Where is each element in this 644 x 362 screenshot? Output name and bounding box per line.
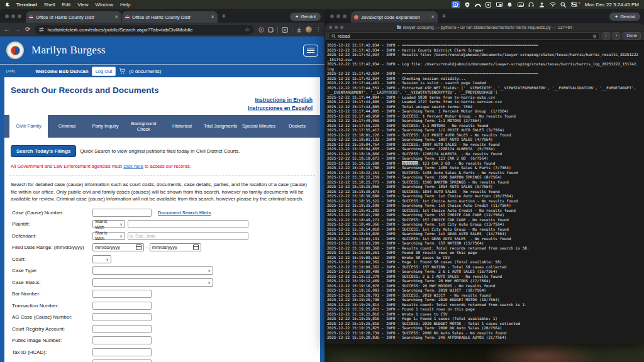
- case-status-select[interactable]: ∨: [92, 278, 213, 287]
- tab-close-icon[interactable]: ✕: [211, 14, 214, 19]
- minimize-window-button[interactable]: [336, 14, 340, 18]
- ag-case-cause-number-input[interactable]: [92, 313, 152, 321]
- hamburger-menu-button[interactable]: [303, 45, 318, 57]
- gemini-button[interactable]: ✦ Gemini: [609, 13, 640, 21]
- back-button[interactable]: ←: [4, 26, 10, 33]
- new-tab-button[interactable]: +: [222, 13, 226, 19]
- window-controls[interactable]: [0, 14, 26, 23]
- extensions-icon[interactable]: [268, 27, 274, 33]
- menu-item-view[interactable]: View: [77, 2, 88, 8]
- spotlight-icon[interactable]: [560, 1, 567, 8]
- page-content: Search Our Records and Documents Instruc…: [4, 77, 320, 362]
- find-previous-button[interactable]: ‹: [602, 32, 610, 40]
- find-input[interactable]: reload ⊗: [328, 32, 600, 40]
- bell-icon[interactable]: [507, 1, 513, 8]
- search-todays-filings-button[interactable]: Search Today's Filings: [11, 145, 76, 157]
- user-icon[interactable]: [539, 1, 545, 8]
- close-window-button[interactable]: [5, 14, 9, 18]
- minimize-window-button[interactable]: [11, 14, 15, 18]
- case-type-select[interactable]: ∨: [92, 266, 213, 275]
- zoom-window-button[interactable]: [18, 14, 21, 18]
- find-done-button[interactable]: Done: [623, 32, 641, 40]
- terminal-log-line: 2025-12-22 15:17:49,965 - INFO - Searchi…: [327, 118, 642, 123]
- tab-close-icon[interactable]: ✕: [431, 14, 435, 19]
- close-window-button[interactable]: [330, 14, 334, 18]
- defendant-input[interactable]: [128, 232, 248, 240]
- forward-button[interactable]: →: [14, 26, 21, 33]
- browser-tab[interactable]: JavaScript code explanation ✕: [351, 11, 438, 23]
- menu-bar-clock[interactable]: Mon Dec 22 3:24:45 PM: [585, 2, 639, 8]
- gemini-button[interactable]: ✦ Gemini: [290, 13, 321, 21]
- defendant-match-select[interactable]: Starts With∨: [92, 232, 125, 240]
- terminal-window: lawyer-scraping — python3 • uv run state…: [325, 23, 644, 344]
- browser-tab[interactable]: Office of Harris County Distr✕: [26, 11, 121, 23]
- find-next-button[interactable]: ›: [613, 32, 620, 40]
- pip-icon[interactable]: [496, 1, 502, 8]
- calendar-icon[interactable]: [136, 244, 142, 250]
- headphones-icon[interactable]: [528, 1, 535, 8]
- download-icon[interactable]: [296, 27, 302, 33]
- terminal-log-line: 2025-12-22 15:17:44,461 - INFO - Session…: [327, 80, 642, 85]
- terminal-log-line: 2025-12-22 15:18:41,290 - INFO - Searchi…: [327, 212, 642, 217]
- terminal-log-line: 2025-12-22 15:19:12,469 - INFO - Searchi…: [327, 278, 642, 283]
- camera-icon[interactable]: [486, 1, 492, 8]
- terminal-title-bar[interactable]: lawyer-scraping — python3 • uv run state…: [325, 23, 644, 31]
- menu-item-window[interactable]: Window: [96, 2, 113, 8]
- menu-item-terminal[interactable]: Terminal: [16, 2, 37, 8]
- document-search-hints-link[interactable]: Document Search Hints: [158, 210, 211, 216]
- tab-party-inquiry[interactable]: Party Inquiry: [86, 115, 125, 138]
- rear-window-controls[interactable]: [325, 14, 351, 23]
- plaintiff-input[interactable]: [128, 220, 248, 228]
- bookmark-icon[interactable]: ☆: [245, 26, 250, 33]
- keyboard-icon[interactable]: [518, 1, 524, 8]
- apple-logo-icon[interactable]: [5, 2, 10, 7]
- case-cause-number-input[interactable]: [92, 209, 152, 217]
- terminal-log-line: 2025-12-22 15:18:30,673 - INFO - SUCCESS…: [327, 189, 642, 194]
- agency-click-here-link[interactable]: click here: [123, 163, 143, 169]
- terminal-log-line: 2025-12-22 15:19:25,816 - INFO - SUCCESS…: [327, 321, 642, 326]
- filed-date-to-input[interactable]: mm/dd/yyyy: [150, 243, 201, 251]
- plaintiff-match-select[interactable]: Starts With∨: [92, 220, 125, 228]
- shield-icon[interactable]: [464, 1, 470, 8]
- browser-menu-icon[interactable]: ⋮: [316, 26, 321, 33]
- tax-id-hcad-input[interactable]: [92, 348, 152, 356]
- calendar-icon[interactable]: [193, 244, 199, 250]
- filed-date-from-input[interactable]: mm/dd/yyyy: [92, 243, 144, 251]
- menu-item-shell[interactable]: Shell: [44, 2, 55, 8]
- clear-search-icon[interactable]: ⊗: [592, 33, 597, 39]
- tab-civil-family[interactable]: Civil/ Family: [9, 115, 48, 138]
- bar-number-input[interactable]: [92, 290, 152, 298]
- screen-capture-icon[interactable]: [452, 1, 460, 8]
- tab-background-check[interactable]: Background Check: [125, 115, 163, 138]
- tab-special-minutes[interactable]: Special Minutes: [240, 115, 278, 138]
- new-tab-button[interactable]: +: [442, 13, 446, 19]
- transaction-number-input[interactable]: [92, 302, 152, 310]
- terminal-log-line: 2025-12-22 15:19:20,701 - INFO - SUCCESS…: [327, 293, 642, 298]
- instructions-english-link[interactable]: Instructions in English: [255, 97, 313, 103]
- terminal-output[interactable]: 2025-12-22 15:17:42,934 - INFO - =======…: [325, 41, 644, 340]
- extension-adblock-icon[interactable]: [258, 27, 264, 33]
- instructions-spanish-link[interactable]: Instrucciones en Español: [248, 105, 313, 111]
- cart-icon[interactable]: [119, 68, 126, 74]
- menu-item-help[interactable]: Help: [120, 2, 130, 8]
- menu-item-edit[interactable]: Edit: [62, 2, 71, 8]
- tab-trial-judgments[interactable]: Trial Judgments: [201, 115, 240, 138]
- tab-dockets[interactable]: Dockets: [278, 115, 316, 138]
- reload-button[interactable]: ⟳: [25, 26, 30, 33]
- wifi-icon[interactable]: [550, 1, 556, 8]
- envelope-input[interactable]: [92, 359, 152, 362]
- control-center-icon[interactable]: [571, 1, 577, 8]
- court-select[interactable]: ∨: [92, 255, 111, 263]
- tab-historical[interactable]: Historical: [163, 115, 201, 138]
- zoom-window-button[interactable]: [343, 14, 347, 18]
- browser-tab[interactable]: Office of Harris County Distr✕: [122, 11, 218, 23]
- tab-criminal[interactable]: Criminal: [48, 115, 86, 138]
- public-image-number-input[interactable]: [92, 336, 152, 344]
- arc-icon[interactable]: [475, 1, 481, 8]
- tab-share-icon[interactable]: [282, 27, 288, 33]
- tab-close-icon[interactable]: ✕: [114, 14, 118, 19]
- logout-button[interactable]: Log Out: [92, 67, 116, 76]
- court-registry-account-input[interactable]: [92, 325, 152, 333]
- profile-avatar[interactable]: [306, 26, 312, 33]
- address-bar[interactable]: hcdistrictclerk.com/edocs/public/Search.…: [35, 25, 254, 35]
